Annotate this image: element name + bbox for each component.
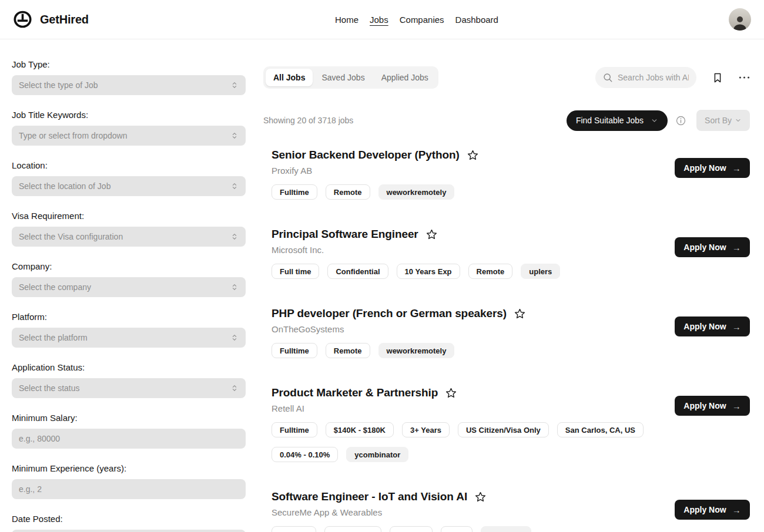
job-title-keywords-select[interactable]: Type or select from dropdown [12, 126, 246, 146]
jobs-main-panel: All Jobs Saved Jobs Applied Jobs [246, 39, 764, 532]
job-tag: weworkremotely [378, 184, 455, 200]
job-title[interactable]: Software Engineer - IoT and Vision AI [272, 490, 467, 503]
minimum-experience-field-wrap [12, 479, 246, 499]
apply-now-button[interactable]: Apply Now → [675, 316, 750, 336]
job-tags: Fulltime Remote weworkremotely [272, 184, 655, 200]
application-status-select[interactable]: Select the status [12, 378, 246, 398]
chevron-updown-icon [230, 182, 239, 190]
minimum-salary-field-wrap [12, 429, 246, 449]
job-tag: Remote [468, 264, 513, 279]
job-card: Product Marketer & Partnership Retell AI… [263, 386, 750, 462]
save-job-star-icon[interactable] [445, 387, 457, 399]
ellipsis-icon [739, 76, 750, 79]
job-title[interactable]: Senior Backend Developer (Python) [272, 149, 460, 161]
gethired-logo-icon [13, 11, 32, 28]
job-tag [481, 526, 531, 532]
filter-label-job-type: Job Type: [12, 59, 246, 69]
job-tag [324, 526, 381, 532]
nav-link-companies[interactable]: Companies [400, 15, 444, 25]
nav-link-jobs[interactable]: Jobs [370, 15, 388, 25]
job-tag: San Carlos, CA, US [557, 422, 644, 437]
apply-now-button[interactable]: Apply Now → [675, 158, 750, 178]
job-tag: 10 Years Exp [397, 264, 460, 279]
sort-by-button[interactable]: Sort By [696, 110, 750, 131]
tab-saved-jobs[interactable]: Saved Jobs [314, 69, 372, 86]
apply-now-button[interactable]: Apply Now → [675, 237, 750, 257]
save-job-star-icon[interactable] [474, 491, 487, 503]
arrow-right-icon: → [732, 322, 741, 332]
job-tag [390, 526, 433, 532]
job-tag: weworkremotely [378, 343, 455, 358]
arrow-right-icon: → [732, 163, 741, 173]
minimum-experience-input[interactable] [19, 479, 239, 499]
search-input[interactable] [618, 73, 689, 82]
tab-applied-jobs[interactable]: Applied Jobs [374, 69, 436, 86]
job-card: Software Engineer - IoT and Vision AI Se… [263, 490, 750, 532]
bookmark-icon [712, 72, 723, 84]
job-tags: Fulltime Remote weworkremotely [272, 343, 655, 358]
search-icon [603, 73, 613, 83]
more-options-button[interactable] [739, 76, 750, 79]
platform-select[interactable]: Select the platform [12, 328, 246, 348]
job-company: OnTheGoSystems [272, 324, 655, 334]
date-posted-select[interactable]: Select Job Posting Date [12, 530, 246, 532]
job-card: Principal Software Engineer Microsoft In… [263, 228, 750, 279]
bookmark-button[interactable] [712, 72, 723, 84]
apply-now-button[interactable]: Apply Now → [675, 500, 750, 520]
job-company: SecureMe App & Wearables [272, 507, 655, 517]
chevron-down-icon [651, 117, 658, 124]
job-card: Senior Backend Developer (Python) Proxif… [263, 149, 750, 200]
company-select[interactable]: Select the company [12, 277, 246, 297]
job-tags: Fulltime $140K - $180K 3+ Years US Citiz… [272, 422, 655, 462]
minimum-salary-input[interactable] [19, 429, 239, 449]
job-tag: $140K - $180K [326, 422, 394, 437]
visa-requirement-select[interactable]: Select the Visa configuration [12, 227, 246, 247]
results-summary: Showing 20 of 3718 jobs [263, 116, 353, 125]
job-tag: ycombinator [346, 447, 408, 462]
chevron-updown-icon [230, 81, 239, 89]
save-job-star-icon[interactable] [467, 149, 479, 161]
brand-name: GetHired [40, 13, 89, 26]
job-title[interactable]: Product Marketer & Partnership [272, 386, 438, 399]
find-suitable-jobs-button[interactable]: Find Suitable Jobs [567, 110, 668, 131]
save-job-star-icon[interactable] [514, 308, 526, 320]
brand[interactable]: GetHired [13, 11, 89, 28]
info-icon [676, 116, 686, 126]
nav-link-dashboard[interactable]: Dashboard [455, 15, 498, 25]
filter-label-platform: Platform: [12, 312, 246, 322]
chevron-updown-icon [230, 233, 239, 241]
ai-search-bar[interactable] [595, 67, 696, 88]
user-avatar[interactable] [729, 8, 751, 31]
tab-all-jobs[interactable]: All Jobs [266, 69, 313, 86]
filters-sidebar: Job Type: Select the type of Job Job Tit… [0, 39, 246, 532]
job-title[interactable]: Principal Software Engineer [272, 228, 418, 241]
save-job-star-icon[interactable] [425, 228, 438, 241]
job-title[interactable]: PHP developer (French or German speakers… [272, 307, 507, 320]
filter-label-job-title-keywords: Job Title Keywords: [12, 110, 246, 120]
job-tags: Full time Confidential 10 Years Exp Remo… [272, 264, 655, 279]
apply-now-button[interactable]: Apply Now → [675, 396, 750, 416]
info-button[interactable] [676, 116, 686, 126]
filter-label-minimum-salary: Minimum Salary: [12, 413, 246, 423]
job-type-select[interactable]: Select the type of Job [12, 75, 246, 95]
filter-label-minimum-experience: Minimum Experience (years): [12, 463, 246, 473]
job-tag: Full time [272, 264, 319, 279]
chevron-updown-icon [230, 384, 239, 392]
filter-label-application-status: Application Status: [12, 362, 246, 372]
jobs-tabs: All Jobs Saved Jobs Applied Jobs [263, 66, 438, 89]
job-tags [272, 526, 655, 532]
filter-label-location: Location: [12, 160, 246, 170]
job-tag: 0.04% - 0.10% [272, 447, 338, 462]
job-tag: Remote [326, 343, 370, 358]
job-tag: Fulltime [272, 343, 317, 358]
job-tag: Confidential [327, 264, 388, 279]
arrow-right-icon: → [732, 505, 741, 515]
nav-link-home[interactable]: Home [335, 15, 358, 25]
arrow-right-icon: → [732, 243, 741, 252]
job-card: PHP developer (French or German speakers… [263, 307, 750, 358]
job-tag [441, 526, 473, 532]
job-tag: 3+ Years [402, 422, 450, 437]
job-tag: Fulltime [272, 422, 317, 437]
top-navbar: GetHired Home Jobs Companies Dashboard [0, 0, 764, 39]
location-select[interactable]: Select the location of Job [12, 176, 246, 196]
